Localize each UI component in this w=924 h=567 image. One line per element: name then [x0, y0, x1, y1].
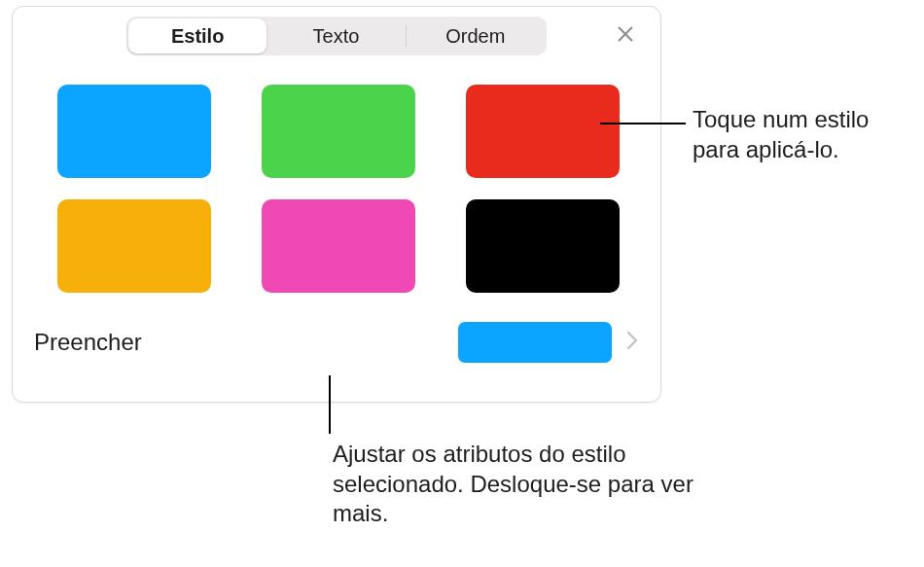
fill-label: Preencher [34, 329, 142, 356]
close-icon [615, 23, 636, 49]
fill-row: Preencher [13, 304, 660, 363]
callout-leader-line [329, 375, 331, 434]
close-button[interactable] [612, 22, 639, 50]
panel-header: Estilo Texto Ordem [13, 15, 660, 57]
style-swatch[interactable] [57, 85, 211, 178]
tab-style-label: Estilo [171, 25, 224, 48]
tab-text[interactable]: Texto [267, 18, 405, 53]
callout-apply-style: Toque num estilo para aplicá-lo. [693, 105, 916, 164]
style-swatch[interactable] [466, 199, 620, 293]
callout-leader-line [600, 123, 686, 124]
tab-style[interactable]: Estilo [128, 18, 267, 53]
tab-order-label: Ordem [445, 25, 505, 48]
fill-controls [458, 322, 639, 363]
chevron-right-icon [625, 337, 639, 354]
segmented-control: Estilo Texto Ordem [126, 17, 547, 55]
style-swatch[interactable] [57, 199, 211, 293]
style-swatch[interactable] [262, 199, 415, 293]
style-swatch[interactable] [466, 85, 620, 178]
fill-color-swatch[interactable] [458, 322, 612, 363]
tab-text-label: Texto [313, 25, 360, 48]
style-swatch-grid [13, 57, 660, 304]
callout-adjust-attributes: Ajustar os atributos do estilo seleciona… [333, 440, 702, 529]
fill-disclosure-button[interactable] [625, 330, 639, 355]
tab-order[interactable]: Ordem [407, 18, 545, 53]
format-panel: Estilo Texto Ordem Preenc [12, 6, 661, 403]
style-swatch[interactable] [262, 85, 415, 178]
